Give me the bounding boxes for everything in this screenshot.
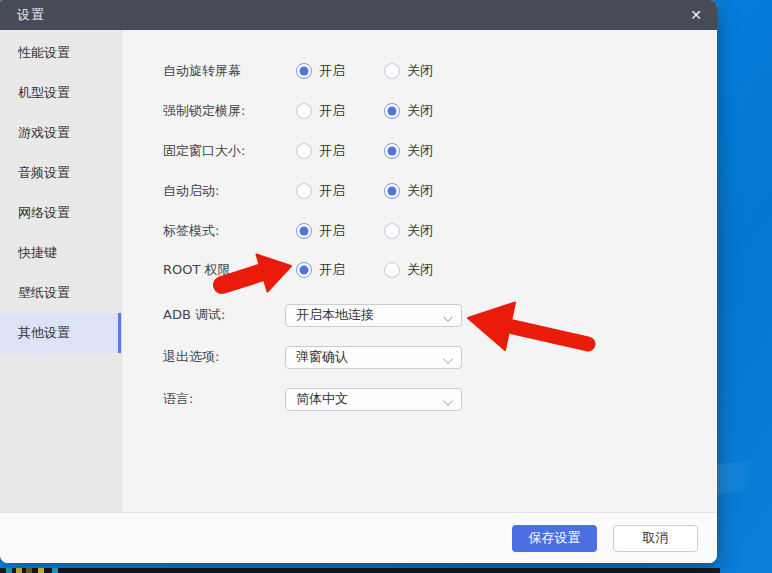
radio-option-label: 关闭 [407, 261, 433, 279]
sidebar-item-label: 网络设置 [18, 204, 70, 222]
sidebar-item-other[interactable]: 其他设置 [0, 313, 121, 353]
cancel-button[interactable]: 取消 [613, 525, 698, 552]
sidebar-item-label: 机型设置 [18, 84, 70, 102]
sidebar-item-label: 其他设置 [18, 324, 70, 342]
setting-label: 退出选项: [163, 348, 285, 366]
sidebar-item-performance[interactable]: 性能设置 [0, 33, 121, 73]
chevron-down-icon [444, 312, 452, 320]
sidebar-item-label: 壁纸设置 [18, 284, 70, 302]
sidebar-item-network[interactable]: 网络设置 [0, 193, 121, 233]
radio-icon[interactable] [384, 63, 400, 79]
chevron-down-icon [444, 396, 452, 404]
sidebar-item-audio[interactable]: 音频设置 [0, 153, 121, 193]
setting-label: 自动启动: [163, 182, 296, 200]
sidebar-item-game[interactable]: 游戏设置 [0, 113, 121, 153]
radio-icon[interactable] [384, 183, 400, 199]
chevron-down-icon [444, 354, 452, 362]
radio-icon[interactable] [296, 223, 312, 239]
close-icon[interactable]: ✕ [680, 0, 712, 30]
sidebar-item-label: 快捷键 [18, 244, 57, 262]
setting-row-tab-mode: 标签模式: 开启 关闭 [122, 211, 717, 251]
radio-option-on[interactable]: 开启 [296, 102, 384, 120]
sidebar-item-label: 游戏设置 [18, 124, 70, 142]
radio-icon[interactable] [296, 183, 312, 199]
setting-label: ROOT 权限 [163, 261, 296, 279]
radio-option-label: 关闭 [407, 142, 433, 160]
footer-bar: 保存设置 取消 [0, 512, 717, 563]
taskbar-icon [6, 568, 12, 573]
radio-option-label: 开启 [319, 222, 345, 240]
taskbar-icon [52, 568, 58, 573]
setting-row-exit-option: 退出选项: 弹窗确认 [122, 345, 717, 369]
setting-label: 语言: [163, 390, 285, 408]
radio-option-off[interactable]: 关闭 [384, 222, 472, 240]
radio-option-label: 关闭 [407, 102, 433, 120]
sidebar-item-wallpaper[interactable]: 壁纸设置 [0, 273, 121, 313]
setting-label: ADB 调试: [163, 306, 285, 324]
setting-row-force-landscape: 强制锁定横屏: 开启 关闭 [122, 91, 717, 131]
radio-option-on[interactable]: 开启 [296, 222, 384, 240]
radio-icon[interactable] [296, 262, 312, 278]
radio-icon[interactable] [384, 223, 400, 239]
radio-option-label: 开启 [319, 142, 345, 160]
setting-label: 标签模式: [163, 222, 296, 240]
radio-option-on[interactable]: 开启 [296, 142, 384, 160]
sidebar-item-device-model[interactable]: 机型设置 [0, 73, 121, 113]
radio-option-on[interactable]: 开启 [296, 62, 384, 80]
sidebar: 性能设置 机型设置 游戏设置 音频设置 网络设置 快捷键 壁纸设置 其他设置 [0, 30, 122, 512]
exit-option-dropdown[interactable]: 弹窗确认 [285, 346, 462, 369]
radio-icon[interactable] [296, 143, 312, 159]
taskbar-icon [16, 568, 22, 573]
radio-icon[interactable] [384, 103, 400, 119]
dropdown-value: 开启本地连接 [296, 306, 374, 324]
settings-panel: 自动旋转屏幕 开启 关闭 强制锁定横屏: 开启 关闭 固定窗口大小: 开启 关闭… [122, 30, 717, 512]
radio-option-off[interactable]: 关闭 [384, 102, 472, 120]
radio-icon[interactable] [296, 103, 312, 119]
taskbar-icon [38, 568, 44, 573]
setting-row-auto-rotate: 自动旋转屏幕 开启 关闭 [122, 51, 717, 91]
desktop: 设置 ✕ 性能设置 机型设置 游戏设置 音频设置 网络设置 快捷键 壁纸设置 其… [0, 0, 772, 573]
radio-option-off[interactable]: 关闭 [384, 261, 472, 279]
radio-option-label: 关闭 [407, 182, 433, 200]
window-title: 设置 [0, 6, 45, 24]
dropdown-value: 弹窗确认 [296, 348, 348, 366]
settings-window: 设置 ✕ 性能设置 机型设置 游戏设置 音频设置 网络设置 快捷键 壁纸设置 其… [0, 0, 717, 563]
radio-option-label: 开启 [319, 102, 345, 120]
radio-option-off[interactable]: 关闭 [384, 62, 472, 80]
sidebar-item-label: 性能设置 [18, 44, 70, 62]
setting-label: 自动旋转屏幕 [163, 62, 296, 80]
radio-option-label: 关闭 [407, 222, 433, 240]
save-button[interactable]: 保存设置 [512, 525, 597, 552]
language-dropdown[interactable]: 简体中文 [285, 388, 462, 411]
taskbar-icon [26, 568, 32, 573]
adb-debug-dropdown[interactable]: 开启本地连接 [285, 304, 462, 327]
radio-option-label: 开启 [319, 62, 345, 80]
radio-option-label: 关闭 [407, 62, 433, 80]
dropdown-value: 简体中文 [296, 390, 348, 408]
radio-option-off[interactable]: 关闭 [384, 142, 472, 160]
setting-label: 强制锁定横屏: [163, 102, 296, 120]
setting-label: 固定窗口大小: [163, 142, 296, 160]
setting-row-auto-start: 自动启动: 开启 关闭 [122, 171, 717, 211]
taskbar[interactable] [0, 568, 720, 573]
radio-icon[interactable] [384, 143, 400, 159]
radio-option-on[interactable]: 开启 [296, 261, 384, 279]
radio-option-label: 开启 [319, 182, 345, 200]
setting-row-adb-debug: ADB 调试: 开启本地连接 [122, 303, 717, 327]
sidebar-item-shortcuts[interactable]: 快捷键 [0, 233, 121, 273]
radio-option-label: 开启 [319, 261, 345, 279]
radio-icon[interactable] [296, 63, 312, 79]
setting-row-root: ROOT 权限 开启 关闭 [122, 250, 717, 290]
setting-row-fixed-window-size: 固定窗口大小: 开启 关闭 [122, 131, 717, 171]
radio-option-on[interactable]: 开启 [296, 182, 384, 200]
radio-icon[interactable] [384, 262, 400, 278]
sidebar-item-label: 音频设置 [18, 164, 70, 182]
titlebar[interactable]: 设置 ✕ [0, 0, 717, 30]
radio-option-off[interactable]: 关闭 [384, 182, 472, 200]
setting-row-language: 语言: 简体中文 [122, 387, 717, 411]
